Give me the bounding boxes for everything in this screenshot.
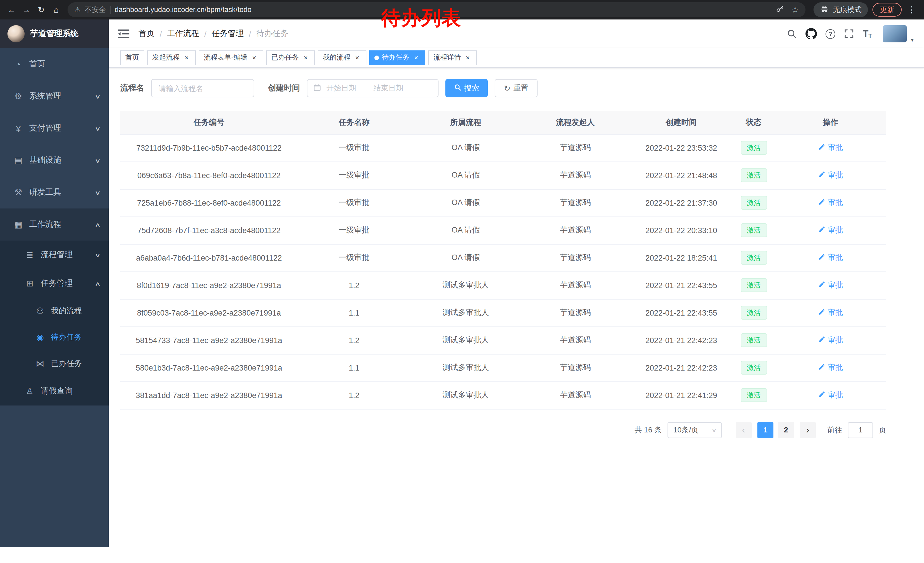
table-row: 58154733-7ac8-11ec-a9e2-a2380e71991a1.2测… <box>120 326 886 354</box>
active-tab-dot <box>374 55 379 60</box>
task-id-cell: 58154733-7ac8-11ec-a9e2-a2380e71991a <box>120 326 298 354</box>
app-title: 芋道管理系统 <box>30 29 78 39</box>
sidebar-item-system[interactable]: ⚙系统管理∨ <box>0 80 109 112</box>
status-cell: 激活 <box>733 162 775 189</box>
tab-label: 流程表单-编辑 <box>204 53 248 62</box>
sidebar-item-devtools[interactable]: ⚒研发工具∨ <box>0 176 109 209</box>
goto-label: 前往 <box>827 425 842 435</box>
close-icon[interactable]: × <box>353 54 361 62</box>
tab-my-process[interactable]: 我的流程× <box>318 50 366 65</box>
menu-dots-icon[interactable]: ⋮ <box>904 5 920 15</box>
help-icon[interactable]: ? <box>825 29 835 39</box>
search-button[interactable]: 搜索 <box>446 79 488 98</box>
action-cell: 审批 <box>775 216 886 244</box>
sidebar-item-label: 首页 <box>29 59 45 69</box>
approve-link[interactable]: 审批 <box>818 143 843 153</box>
search-icon[interactable] <box>787 29 797 39</box>
sidebar-item-home[interactable]: ◔首页 <box>0 48 109 80</box>
sidebar-item-done-task[interactable]: ⋈已办任务 <box>0 350 109 377</box>
github-icon[interactable] <box>806 28 817 39</box>
approve-link[interactable]: 审批 <box>818 390 843 400</box>
sidebar-item-todo-task[interactable]: ◉待办任务 <box>0 324 109 350</box>
close-icon[interactable]: × <box>464 54 472 62</box>
avatar-image <box>883 25 907 42</box>
page-size-select[interactable]: 10条/页 ∨ <box>668 422 722 438</box>
date-range-picker[interactable]: 开始日期 - 结束日期 <box>307 79 438 98</box>
bookmark-star-icon[interactable]: ☆ <box>792 5 799 14</box>
fullscreen-icon[interactable] <box>844 29 854 39</box>
sidebar-item-process-mgmt[interactable]: ≣流程管理∨ <box>0 240 109 269</box>
approve-link[interactable]: 审批 <box>818 335 843 345</box>
tab-process-detail[interactable]: 流程详情× <box>428 50 477 65</box>
sidebar-item-my-process[interactable]: ⚇我的流程 <box>0 298 109 324</box>
column-header: 任务编号 <box>120 111 298 134</box>
create-time-cell: 2022-01-22 20:33:10 <box>630 216 733 244</box>
home-icon[interactable]: ⌂ <box>49 3 63 17</box>
tab-home[interactable]: 首页 <box>120 50 144 65</box>
close-icon[interactable]: × <box>250 54 258 62</box>
security-label: 不安全 <box>85 5 106 15</box>
sidebar-toggle-icon[interactable] <box>118 29 129 39</box>
approve-link[interactable]: 审批 <box>818 252 843 263</box>
edit-icon <box>818 198 825 207</box>
app-logo[interactable]: 芋道管理系统 <box>0 20 109 48</box>
starter-cell: 芋道源码 <box>521 299 630 326</box>
sidebar-item-leave-query[interactable]: ♙请假查询 <box>0 377 109 405</box>
forward-icon[interactable]: → <box>20 3 33 17</box>
back-icon[interactable]: ← <box>4 3 18 17</box>
approve-link[interactable]: 审批 <box>818 170 843 180</box>
url-text: dashboard.yudao.iocoder.cn/bpm/task/todo <box>115 6 252 14</box>
prev-page-button[interactable]: ‹ <box>736 422 752 438</box>
create-time-cell: 2022-01-21 22:41:29 <box>630 381 733 409</box>
breadcrumb-home[interactable]: 首页 <box>138 29 154 39</box>
breadcrumb-workflow[interactable]: 工作流程 <box>167 29 199 39</box>
process-name-cell: 测试多审批人 <box>411 272 521 299</box>
close-icon[interactable]: × <box>302 54 310 62</box>
starter-cell: 芋道源码 <box>521 162 630 189</box>
tab-start-process[interactable]: 发起流程× <box>147 50 196 65</box>
task-id-cell: a6aba0a4-7b6d-11ec-b781-acde48001122 <box>120 244 298 272</box>
next-page-button[interactable]: › <box>800 422 816 438</box>
table-row: 580e1b3d-7ac8-11ec-a9e2-a2380e71991a1.1测… <box>120 354 886 381</box>
user-avatar[interactable]: ▾ <box>883 25 907 42</box>
sidebar-item-infrastructure[interactable]: ▤基础设施∨ <box>0 144 109 176</box>
process-name-cell: 测试多审批人 <box>411 326 521 354</box>
breadcrumb-task-mgmt[interactable]: 任务管理 <box>212 29 244 39</box>
task-name-cell: 一级审批 <box>298 216 411 244</box>
approve-link[interactable]: 审批 <box>818 363 843 373</box>
page-button-1[interactable]: 1 <box>758 422 773 438</box>
sidebar-item-label: 支付管理 <box>29 123 61 134</box>
tab-form-edit[interactable]: 流程表单-编辑× <box>199 50 263 65</box>
yen-icon: ¥ <box>12 123 25 133</box>
password-key-icon[interactable] <box>776 5 784 15</box>
close-icon[interactable]: × <box>412 54 420 62</box>
table-row: 381aa1dd-7ac8-11ec-a9e2-a2380e71991a1.2测… <box>120 381 886 409</box>
status-badge: 激活 <box>741 306 767 320</box>
approve-link[interactable]: 审批 <box>818 280 843 290</box>
edit-icon <box>818 390 825 400</box>
sidebar-item-payment[interactable]: ¥支付管理∨ <box>0 112 109 144</box>
edit-icon <box>818 336 825 345</box>
process-name-label: 流程名 <box>120 83 144 93</box>
gear-icon: ⚙ <box>12 91 25 101</box>
goto-page-input[interactable] <box>848 422 873 438</box>
chevron-down-icon: ∨ <box>94 93 101 99</box>
reset-button[interactable]: ↻ 重置 <box>495 79 537 98</box>
tab-todo-tasks[interactable]: 待办任务× <box>369 50 425 65</box>
edit-icon <box>818 308 825 317</box>
page-button-2[interactable]: 2 <box>778 422 794 438</box>
reload-icon[interactable]: ↻ <box>34 3 48 17</box>
approve-link[interactable]: 审批 <box>818 225 843 236</box>
table-row: a6aba0a4-7b6d-11ec-b781-acde48001122一级审批… <box>120 244 886 272</box>
update-button[interactable]: 更新 <box>873 3 902 17</box>
sidebar-item-task-mgmt[interactable]: ⊞任务管理∧ <box>0 269 109 298</box>
font-size-icon[interactable]: TT <box>863 29 872 39</box>
close-icon[interactable]: × <box>183 54 190 62</box>
sidebar-item-label: 任务管理 <box>40 278 73 289</box>
range-separator: - <box>363 84 366 93</box>
tab-done-tasks[interactable]: 已办任务× <box>266 50 315 65</box>
approve-link[interactable]: 审批 <box>818 198 843 208</box>
approve-link[interactable]: 审批 <box>818 308 843 318</box>
sidebar-item-workflow[interactable]: ▦工作流程∧ <box>0 209 109 240</box>
process-name-input[interactable] <box>151 79 254 98</box>
